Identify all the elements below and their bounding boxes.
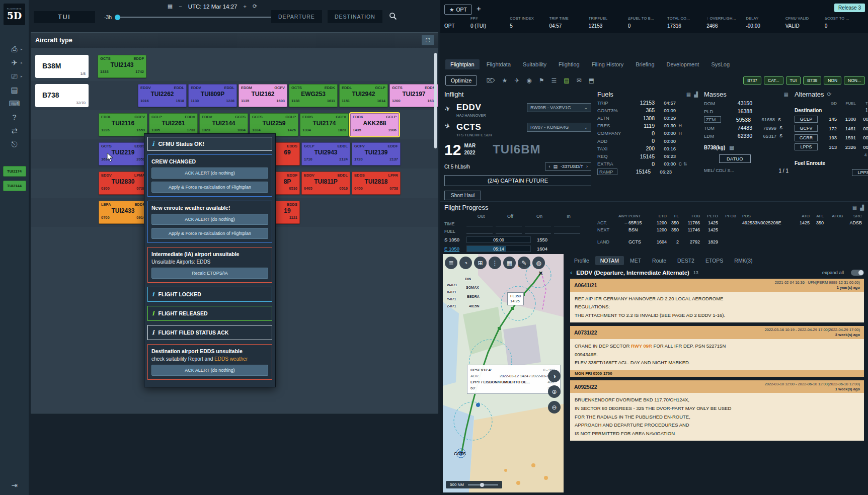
flight-tile[interactable]: EDDSLPFRTUI281804500758 <box>352 172 401 195</box>
logout-icon[interactable]: ⇥ <box>11 481 18 489</box>
tab-filing-history[interactable]: Filing History <box>587 59 629 69</box>
flight-tile[interactable]: GCTSEDDKEWG25311381611 <box>289 84 338 107</box>
tab-notam[interactable]: NOTAM <box>595 256 624 265</box>
haul-type-button[interactable]: Short Haul <box>444 191 481 200</box>
oooi-cell[interactable] <box>525 228 551 234</box>
app-logo[interactable]: FLIGHTKEYS 5D <box>4 4 25 25</box>
flight-tile[interactable]: EDDVEDDLTUI226210161518 <box>138 84 187 107</box>
opt-table-row[interactable]: OPT0 (TUI)504:57121530173162466-00:00VAL… <box>444 23 864 29</box>
fuel-price-control[interactable]: ‹▤-337USD/T› <box>545 162 591 171</box>
departure-icao[interactable]: EDDV <box>456 103 481 113</box>
flight-tile[interactable]: EDDS191121 <box>275 201 300 224</box>
tab-development[interactable]: Development <box>662 59 704 69</box>
tab-syslog[interactable]: SysLog <box>706 59 735 69</box>
tab-suitability[interactable]: Suitability <box>518 59 551 69</box>
zoom-out-time-button[interactable]: − <box>179 4 182 10</box>
alert-action-button[interactable]: Recalc ETOPS/IA <box>151 268 268 279</box>
fleet-filter-chip[interactable]: CAT... <box>764 76 783 85</box>
tab-flightlog[interactable]: Flightlog <box>554 59 585 69</box>
flight-tile[interactable]: GCFVEDDFTUI213917202137 <box>352 142 401 166</box>
list-icon[interactable]: ▤ <box>11 86 18 94</box>
flight-tile[interactable]: EDDS69 <box>275 142 300 166</box>
flight-tile[interactable]: EDDVEDDLTUI809P11301228 <box>188 84 237 107</box>
datuo-button[interactable]: DATUO <box>719 154 751 163</box>
flight-tile[interactable]: EDDLGCFVTUI211612261659 <box>99 113 147 136</box>
flight-tile[interactable]: EDDVEDDLTUI811P04050516 <box>301 172 350 195</box>
map-info-popup[interactable]: CPSEV12 4'0 - 999.. ADR2022-03-12 1424 /… <box>467 365 561 394</box>
flight-tile[interactable]: GCLPEDDLTUI294317102124 <box>301 142 350 166</box>
fleet-card[interactable]: B73832/70 <box>35 84 89 107</box>
document-icon[interactable]: ▤ <box>564 77 569 84</box>
oooi-cell[interactable] <box>554 228 580 234</box>
table-icon[interactable]: ▦ <box>784 92 788 97</box>
flag-icon[interactable]: ⚑ <box>539 77 544 84</box>
expand-icon[interactable]: ⊞ <box>474 257 487 269</box>
flight-tile[interactable]: EDDF8P0516 <box>275 172 300 195</box>
sidebar-flight-chip[interactable]: TUI2144 <box>3 181 26 191</box>
destination-button[interactable]: DESTINATION <box>328 10 382 23</box>
grid-icon[interactable]: ▦ <box>503 257 516 269</box>
zoom-in-time-button[interactable]: + <box>243 4 246 10</box>
arrival-icao[interactable]: GCTS <box>456 122 481 132</box>
oooi-cell[interactable] <box>466 221 493 226</box>
alternate-airport-chip[interactable]: LPPS <box>795 143 818 150</box>
tab-route[interactable]: Route <box>647 256 671 265</box>
sidebar-flight-chip[interactable]: TUI2174 <box>3 166 26 177</box>
fleet-filter-chip[interactable]: B737 <box>743 76 761 85</box>
alert-action-button[interactable]: Apply & Force re-calculation of Flightpl… <box>151 228 268 239</box>
expand-all-toggle[interactable] <box>851 270 864 276</box>
oooi-cell[interactable] <box>496 228 522 234</box>
departure-runway-select[interactable]: RW09R - VAXEV1G⌄ <box>527 103 591 112</box>
mail-icon[interactable]: ✉ <box>577 77 582 84</box>
flight-tile[interactable]: EDDKGCLPAKK26814351906 <box>350 113 399 136</box>
back-icon[interactable]: ‹ <box>570 269 572 276</box>
delete-icon[interactable]: ⌦ <box>486 77 495 84</box>
board-scrollbar[interactable] <box>434 53 437 148</box>
document-icon[interactable]: ▤ <box>729 145 734 150</box>
departure-button[interactable]: DEPARTURE <box>271 10 322 23</box>
globe-icon[interactable]: ◍ <box>532 257 545 269</box>
flights-icon[interactable]: ✈▸ <box>11 59 18 66</box>
baggage-icon[interactable]: ⬒ <box>589 77 594 84</box>
refresh-icon[interactable]: ⟳ <box>827 91 832 98</box>
print-icon[interactable]: ⎙▸ <box>11 45 17 53</box>
tab-etops[interactable]: ETOPS <box>700 256 728 265</box>
draw-icon[interactable]: ✎ <box>518 257 530 269</box>
calendar-icon[interactable]: ▦ <box>168 3 173 10</box>
oooi-cell[interactable] <box>525 221 551 226</box>
tab-met[interactable]: MET <box>625 256 646 265</box>
alert-action-button[interactable]: ACK ALERT (do nothing) <box>151 168 268 179</box>
layers-icon[interactable]: ≣ <box>445 257 457 269</box>
flight-tile[interactable]: GCTSEDDMTUI219712001632 <box>389 84 438 107</box>
oooi-cell[interactable] <box>496 221 522 226</box>
release-button[interactable]: Release 3 <box>834 4 865 12</box>
alternate-airport-chip[interactable]: GCFV <box>795 125 818 132</box>
star-icon[interactable]: ★ <box>502 77 507 84</box>
table-icon[interactable]: ▦ <box>686 92 691 97</box>
chart-icon[interactable]: ▟ <box>694 92 698 97</box>
flight-tile[interactable]: GCTSEDDSTUI221916392051 <box>99 142 147 166</box>
keyboard-icon[interactable]: ⌨ <box>9 100 20 107</box>
share-icon[interactable]: ⎋ <box>12 140 18 148</box>
swap-icon[interactable]: ⇄ <box>11 127 18 134</box>
stepper-icon[interactable]: ⇅ <box>683 161 687 167</box>
expand-icon[interactable]: ⛶ <box>422 35 434 45</box>
map-scale-slider[interactable] <box>468 484 498 485</box>
captain-selector[interactable]: (2/4) CAPTAIN FUTURE <box>444 175 591 186</box>
more-icon[interactable]: ⋮ <box>489 257 501 269</box>
tab-briefing[interactable]: Briefing <box>630 59 659 69</box>
refresh-icon[interactable]: ⟳ <box>253 3 257 10</box>
alert-action-button[interactable]: ACK ALERT (do nothing) <box>151 365 268 376</box>
chart-icon[interactable]: ▟ <box>860 205 864 210</box>
zoom-in-icon[interactable]: ⊕ <box>548 385 561 398</box>
alternate-airport-chip[interactable]: GCLP <box>795 116 818 123</box>
alternate-airport-chip[interactable]: GCRR <box>795 134 818 141</box>
route-map[interactable]: ✕ ≣◔⊞⋮▦✎◍ EDDV GCTS FL35014:25 W-071X-07… <box>443 254 564 492</box>
tab-rmk-3-[interactable]: RMK(3) <box>729 256 757 265</box>
alert-action-button[interactable]: ACK ALERT (do nothing) <box>151 214 268 225</box>
notam-card-header[interactable]: A0925/222022-03-10 12:00 - 2022-06-10 12… <box>570 380 864 393</box>
pin-icon[interactable]: ◉ <box>526 77 531 84</box>
range-start-handle[interactable] <box>115 15 120 20</box>
weather-link[interactable]: EDDS weather <box>214 356 248 362</box>
notam-card-header[interactable]: A0731/222022-03-16 10:19 - 2022-04-29 17… <box>570 326 864 339</box>
